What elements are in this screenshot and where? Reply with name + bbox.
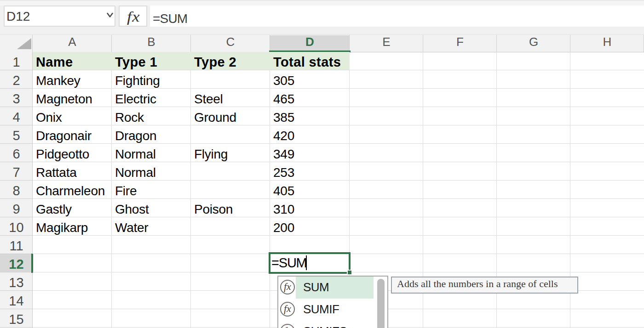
- svg-text:fx: fx: [284, 325, 291, 328]
- svg-text:fx: fx: [284, 281, 291, 292]
- svg-text:fx: fx: [284, 303, 291, 314]
